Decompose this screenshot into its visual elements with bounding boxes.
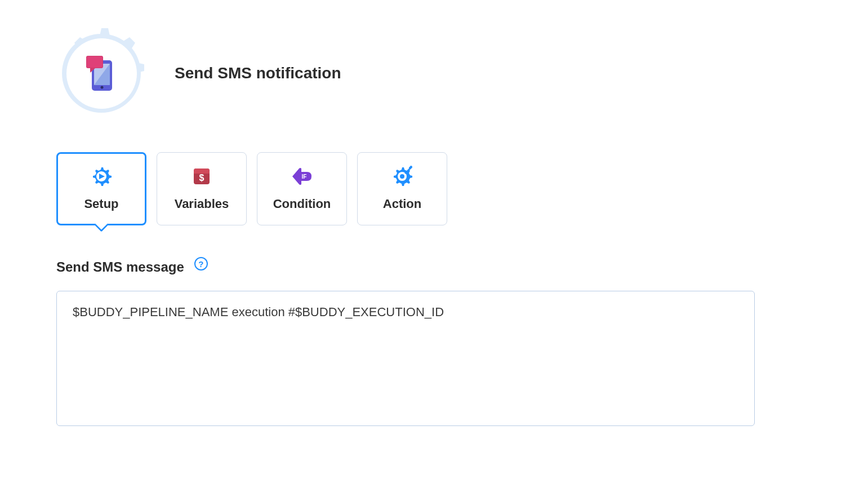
sms-phone-icon — [82, 54, 121, 93]
tab-variables[interactable]: $ Variables — [157, 152, 247, 225]
svg-point-2 — [101, 86, 104, 89]
section-label-row: Send SMS message ? — [56, 259, 812, 275]
svg-text:$: $ — [199, 173, 204, 183]
tab-action[interactable]: Action — [357, 152, 447, 225]
tab-label: Condition — [273, 197, 331, 211]
variables-icon: $ — [190, 166, 213, 187]
tab-label: Setup — [84, 197, 118, 211]
svg-point-12 — [400, 174, 404, 179]
svg-rect-4 — [87, 56, 103, 68]
header: Send SMS notification — [56, 28, 812, 118]
section-label: Send SMS message — [56, 259, 184, 275]
tab-label: Variables — [175, 197, 229, 211]
tab-condition[interactable]: IF Condition — [257, 152, 347, 225]
help-icon[interactable]: ? — [194, 257, 208, 271]
page-title: Send SMS notification — [175, 64, 341, 82]
tabs: Setup $ Variables IF Condition — [56, 152, 812, 225]
tab-label: Action — [383, 197, 421, 211]
sms-message-input[interactable] — [56, 291, 755, 426]
condition-icon: IF — [290, 166, 314, 187]
svg-text:IF: IF — [302, 174, 307, 180]
action-icon-gear — [56, 28, 146, 118]
setup-gear-icon — [90, 166, 113, 187]
action-icon — [391, 166, 413, 187]
tab-setup[interactable]: Setup — [56, 152, 146, 225]
